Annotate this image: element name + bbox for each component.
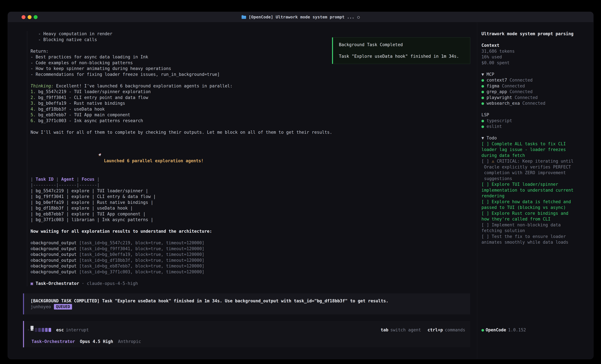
text-line	[30, 124, 470, 129]
titlebar: [OpenCode] Ultrawork mode system prompt …	[8, 12, 593, 22]
window-title-text: [OpenCode] Ultrawork mode system prompt …	[249, 15, 354, 19]
text-line	[30, 135, 470, 141]
text-line: completion with ZERO improvement	[481, 170, 590, 176]
tab-key-hint: tab	[381, 327, 388, 332]
text-line: 6. bg_37f1c003 - Ink async patterns rese…	[30, 118, 470, 124]
progress-segment	[35, 328, 37, 332]
context-tokens: 31,686 tokens	[481, 48, 590, 54]
sidebar-footer: ● OpenCode 1.0.152	[481, 327, 526, 333]
status-dot-icon: ●	[481, 327, 484, 333]
text-line: how they're called from CLI	[481, 216, 590, 222]
background-task-notification: Background Task Completed Task "Explore …	[332, 37, 470, 64]
lsp-server-list: ● typescript● eslint	[481, 118, 590, 129]
text-line: 1. bg_5547c219 - TUI loader/spinner expl…	[30, 89, 470, 95]
text-line: ● playwright Connected	[481, 95, 590, 101]
text-line: ● typescript	[481, 118, 590, 124]
text-line: ⚙background_output [task_id=bg_37f1c003,…	[30, 269, 470, 275]
text-line: [ ] Explore TUI loader/spinner	[481, 182, 590, 187]
spinner-dot	[30, 329, 31, 330]
text-line: during data fetch	[481, 153, 590, 159]
completed-message-text: [BACKGROUND TASK COMPLETED] Task "Explor…	[30, 298, 464, 304]
chat-pane: Background Task Completed Task "Explore …	[8, 22, 477, 359]
text-line: | bg_b0effa19 | explore | Rust native bi…	[30, 200, 470, 205]
status-left: esc interrupt	[28, 327, 89, 332]
window-body: Background Task Completed Task "Explore …	[8, 22, 593, 359]
ctrlp-key-hint: ctrl+p	[428, 327, 443, 332]
text-line: [ ] ⚠ CRITICAL: Keep iterating until	[481, 158, 590, 164]
text-line: ▣ Task-Orchestrator · claude-opus-4-5-hi…	[30, 281, 470, 287]
text-line: Thinking: Excellent! I've launched 6 bac…	[30, 83, 470, 89]
completed-message-meta: junhoyeo QUEUED	[30, 304, 464, 310]
text-line	[30, 77, 470, 83]
text-line: | bg_eb87ebb7 | explore | TUI App compon…	[30, 211, 470, 217]
text-line: [ ] Explore how data is fetched and	[481, 199, 590, 205]
username: junhoyeo	[30, 304, 51, 310]
text-line: 2. bg_f9ff3041 - CLI entry point and dat…	[30, 95, 470, 101]
text-line: - Heavy computation in render	[30, 31, 470, 37]
agent-name[interactable]: Task-Orchestrator	[31, 339, 75, 345]
text-line: [ ] Complete ALL tasks to fix CLI	[481, 141, 590, 147]
context-section: Context 31,686 tokens 16% used $0.00 spe…	[481, 43, 590, 66]
text-line: ⚙background_output [task_id=bg_f9ff3041,…	[30, 246, 470, 252]
text-line	[30, 234, 470, 240]
context-used: 16% used	[481, 54, 590, 60]
spinner-dot	[32, 329, 33, 330]
text-line: ● eslint	[481, 124, 590, 129]
progress-segment	[45, 328, 48, 332]
window-controls	[21, 12, 38, 22]
progress-segment	[42, 328, 44, 332]
maximize-button[interactable]	[34, 15, 38, 19]
launch-line-text: Launched 6 parallel exploration agents!	[104, 158, 203, 163]
text-line: 5. bg_eb87ebb7 - TUI App main component	[30, 112, 470, 118]
close-button[interactable]	[21, 15, 25, 19]
switch-agent-label: switch agent	[390, 327, 421, 332]
interrupt-label: interrupt	[66, 327, 89, 332]
text-line: Now waiting for all exploration results …	[30, 229, 470, 234]
text-line: [ ] Implement non-blocking data	[481, 222, 590, 228]
text-line: ⚙background_output [task_id=bg_5547c219,…	[30, 240, 470, 246]
text-line: ⚙background_output [task_id=bg_b0effa19,…	[30, 252, 470, 258]
minimize-button[interactable]	[28, 15, 31, 19]
progress-segment	[38, 328, 41, 332]
model-name[interactable]: Opus 4.5 High	[80, 339, 113, 345]
sidebar: Ultrawork mode system prompt parsing Con…	[477, 22, 593, 359]
text-line: | bg_37f1c003 | librarian | Ink async pa…	[30, 217, 470, 223]
window-title: [OpenCode] Ultrawork mode system prompt …	[241, 15, 360, 19]
title-indicator-icon: ○	[357, 15, 360, 19]
text-line: | bg_f9ff3041 | explore | CLI entry & da…	[30, 194, 470, 200]
mcp-server-list: ● context7 Connected● figma Connected● g…	[481, 77, 590, 106]
todo-list: [ ] Complete ALL tasks to fix CLIloader …	[481, 141, 590, 245]
queued-badge: QUEUED	[54, 304, 72, 309]
text-line	[30, 275, 470, 281]
text-line: Now I'll wait for all of them to complet…	[30, 129, 470, 135]
text-line: ● figma Connected	[481, 83, 590, 89]
progress-segment	[49, 328, 51, 332]
text-line: | Task ID | Agent | Focus |	[30, 176, 470, 182]
app-name: OpenCode	[486, 327, 506, 333]
todo-section-header[interactable]: ▼ Todo	[481, 135, 590, 141]
mcp-section-header[interactable]: ▼ MCP	[481, 72, 590, 77]
text-line: ● grep_app Connected	[481, 89, 590, 95]
chat-transcript[interactable]: - Heavy computation in render - Blocking…	[27, 31, 470, 286]
text-line: ● websearch_exa Connected	[481, 100, 590, 106]
text-line: animates smoothly while data loads	[481, 239, 590, 245]
text-line: fetching solution	[481, 228, 590, 234]
context-spent: $0.00 spent	[481, 60, 590, 66]
text-line: | bg_5547c219 | explore | TUI loader/spi…	[30, 188, 470, 194]
todo-section: ▼ Todo [ ] Complete ALL tasks to fix CLI…	[481, 135, 590, 245]
prompt-input[interactable]: Task-Orchestrator Opus 4.5 High Anthropi…	[23, 321, 470, 347]
background-completed-message: [BACKGROUND TASK COMPLETED] Task "Explor…	[23, 293, 470, 315]
launch-line: Launched 6 parallel exploration agents!	[30, 141, 470, 171]
text-line: loader lag issue - loader freezes	[481, 147, 590, 153]
mcp-section: ▼ MCP ● context7 Connected● figma Connec…	[481, 72, 590, 106]
text-line: ⚙background_output [task_id=bg_eb87ebb7,…	[30, 263, 470, 269]
text-line: [ ] Explore Rust core bindings and	[481, 211, 590, 216]
provider-name: Anthropic	[118, 339, 141, 345]
text-line: ⚙background_output [task_id=bg_df18bb3f,…	[30, 258, 470, 263]
status-right: tab switch agent ctrl+p commands	[381, 327, 465, 332]
text-line	[30, 171, 470, 176]
status-bar: esc interrupt tab switch agent ctrl+p co…	[23, 327, 470, 333]
text-line: - Recommendations for fixing loader free…	[30, 72, 470, 77]
terminal-window: [OpenCode] Ultrawork mode system prompt …	[8, 12, 593, 359]
chat-lines-after-launch: | Task ID | Agent | Focus ||---------|--…	[30, 171, 470, 286]
